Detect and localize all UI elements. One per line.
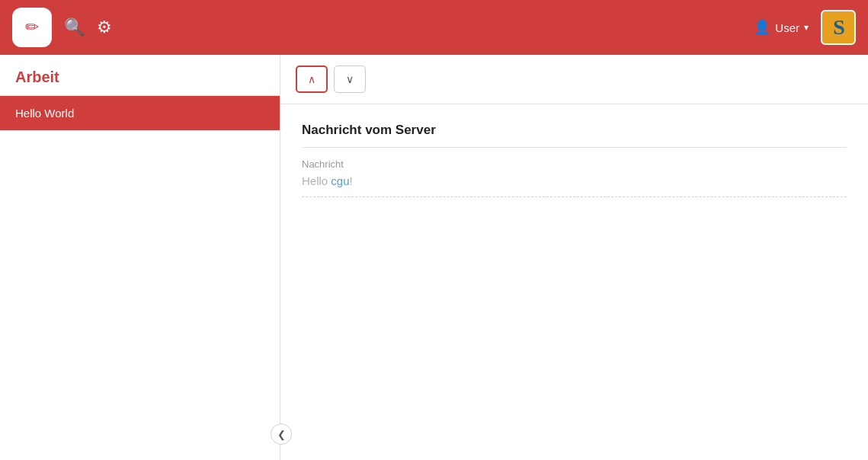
app-header: ✏ 🔍 ⚙ 👤 User ▾ S xyxy=(0,0,868,55)
message-title: Nachricht vom Server xyxy=(302,123,847,148)
settings-icon[interactable]: ⚙ xyxy=(97,18,112,37)
user-label: User xyxy=(775,21,799,34)
app-logo: S xyxy=(821,10,856,45)
sidebar-header: Arbeit xyxy=(0,55,280,96)
user-menu-button[interactable]: 👤 User ▾ xyxy=(754,19,809,36)
sidebar-title: Arbeit xyxy=(15,69,59,86)
sidebar: Arbeit Hello World ❮ xyxy=(0,55,280,460)
chevron-down-icon: ▾ xyxy=(804,22,809,33)
content-toolbar: ∧ ∨ xyxy=(280,55,868,104)
user-icon: 👤 xyxy=(754,19,770,36)
sidebar-items: Hello World xyxy=(0,96,280,460)
sidebar-item-hello-world[interactable]: Hello World xyxy=(0,96,280,130)
nav-up-button[interactable]: ∧ xyxy=(296,65,328,93)
main-layout: Arbeit Hello World ❮ ∧ ∨ Nachricht vom S… xyxy=(0,55,868,460)
message-field-label: Nachricht xyxy=(302,158,847,170)
home-button[interactable]: ✏ xyxy=(12,8,52,47)
message-value-suffix: ! xyxy=(350,174,353,187)
pencil-icon: ✏ xyxy=(25,18,39,37)
search-icon[interactable]: 🔍 xyxy=(64,18,85,37)
content-area: ∧ ∨ Nachricht vom Server Nachricht Hello… xyxy=(280,55,868,460)
message-panel: Nachricht vom Server Nachricht Hello cgu… xyxy=(280,104,868,460)
sidebar-collapse-button[interactable]: ❮ xyxy=(271,423,292,445)
header-right: 👤 User ▾ S xyxy=(754,10,856,45)
nav-down-button[interactable]: ∨ xyxy=(334,65,366,93)
header-left: ✏ 🔍 ⚙ xyxy=(12,8,112,47)
message-value-highlight: cgu xyxy=(331,174,349,187)
message-value-prefix: Hello xyxy=(302,174,331,187)
message-value: Hello cgu! xyxy=(302,174,847,197)
